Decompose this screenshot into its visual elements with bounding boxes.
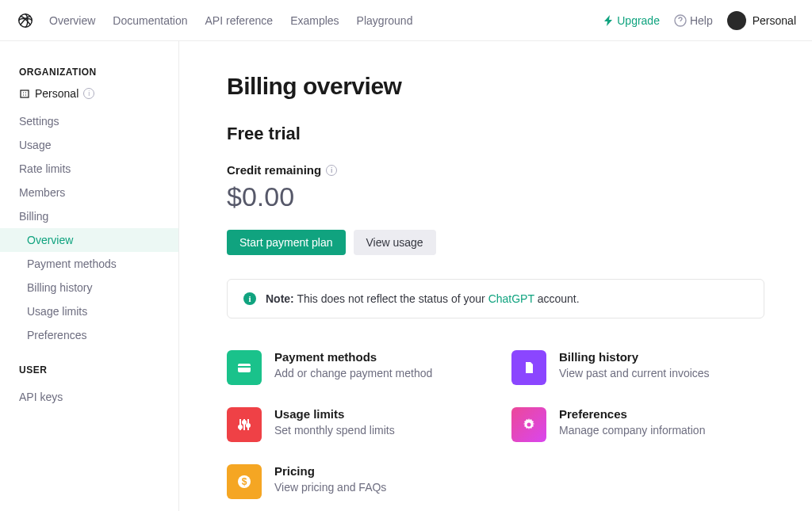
- account-label: Personal: [753, 14, 796, 27]
- sidebar-item-billing-history[interactable]: Billing history: [0, 276, 178, 299]
- upgrade-label: Upgrade: [617, 14, 660, 27]
- nav-right: Upgrade Help Personal: [604, 11, 796, 30]
- credit-label: Credit remaining i: [227, 163, 764, 177]
- sliders-icon: [227, 407, 262, 442]
- nav-documentation[interactable]: Documentation: [113, 14, 187, 27]
- sidebar-user-section: USER API keys: [0, 364, 178, 409]
- nav-api-reference[interactable]: API reference: [205, 14, 274, 27]
- card-subtitle: Set monthly spend limits: [274, 424, 395, 437]
- info-icon[interactable]: i: [83, 88, 94, 99]
- svg-text:$: $: [242, 476, 247, 487]
- svg-rect-5: [238, 364, 251, 372]
- sidebar-org-heading: ORGANIZATION: [0, 67, 178, 87]
- sidebar-user-heading: USER: [0, 364, 178, 385]
- note-text: Note: This does not reflect the status o…: [266, 292, 580, 305]
- svg-rect-2: [21, 90, 29, 97]
- sidebar-item-api-keys[interactable]: API keys: [0, 385, 178, 409]
- sidebar-item-billing[interactable]: Billing: [0, 204, 178, 228]
- card-subtitle: Manage company information: [559, 424, 705, 437]
- card-preferences[interactable]: Preferences Manage company information: [511, 407, 764, 442]
- note-text-2: account.: [534, 292, 580, 305]
- dollar-icon: $: [227, 464, 262, 499]
- card-body: Payment methods Add or change payment me…: [274, 350, 432, 379]
- help-icon: [674, 14, 687, 27]
- credit-value: $0.00: [227, 181, 764, 212]
- svg-point-7: [239, 425, 242, 429]
- account-menu[interactable]: Personal: [727, 11, 796, 30]
- card-body: Preferences Manage company information: [559, 407, 705, 437]
- credit-label-text: Credit remaining: [227, 163, 321, 177]
- card-subtitle: Add or change payment method: [274, 367, 432, 379]
- main-content: Billing overview Free trial Credit remai…: [179, 41, 812, 511]
- info-icon: i: [243, 292, 256, 305]
- card-billing-history[interactable]: Billing history View past and current in…: [511, 350, 764, 385]
- nav-examples[interactable]: Examples: [290, 14, 339, 27]
- start-payment-plan-button[interactable]: Start payment plan: [227, 230, 346, 255]
- sidebar-item-billing-overview[interactable]: Overview: [0, 228, 178, 252]
- sidebar-item-usage[interactable]: Usage: [0, 133, 178, 157]
- info-icon[interactable]: i: [326, 165, 337, 176]
- credit-card-icon: [227, 350, 262, 385]
- sidebar-org-section: ORGANIZATION Personal i Settings Usage R…: [0, 67, 178, 347]
- view-usage-button[interactable]: View usage: [354, 230, 436, 255]
- card-body: Usage limits Set monthly spend limits: [274, 407, 395, 437]
- card-title: Preferences: [559, 407, 705, 421]
- svg-point-9: [247, 424, 250, 427]
- document-icon: [511, 350, 546, 385]
- card-pricing[interactable]: $ Pricing View pricing and FAQs: [227, 464, 480, 499]
- sidebar-org-selector[interactable]: Personal i: [0, 87, 178, 109]
- layout: ORGANIZATION Personal i Settings Usage R…: [0, 41, 812, 511]
- card-title: Pricing: [274, 464, 386, 478]
- sidebar-item-members[interactable]: Members: [0, 181, 178, 204]
- card-title: Billing history: [559, 350, 710, 364]
- help-link[interactable]: Help: [674, 14, 713, 27]
- card-subtitle: View past and current invoices: [559, 367, 710, 379]
- sidebar-org-name: Personal: [35, 87, 79, 100]
- card-title: Payment methods: [274, 350, 432, 364]
- card-body: Billing history View past and current in…: [559, 350, 710, 379]
- lightning-icon: [604, 15, 614, 26]
- note-banner: i Note: This does not reflect the status…: [227, 279, 764, 318]
- cards-grid: Payment methods Add or change payment me…: [227, 350, 764, 499]
- upgrade-link[interactable]: Upgrade: [604, 14, 660, 27]
- button-row: Start payment plan View usage: [227, 230, 764, 255]
- svg-rect-6: [238, 366, 251, 368]
- sidebar: ORGANIZATION Personal i Settings Usage R…: [0, 41, 179, 511]
- help-label: Help: [690, 14, 713, 27]
- note-text-1: This does not reflect the status of your: [294, 292, 488, 305]
- note-prefix: Note:: [266, 292, 294, 305]
- plan-heading: Free trial: [227, 124, 764, 144]
- sidebar-item-preferences[interactable]: Preferences: [0, 323, 178, 347]
- svg-text:i: i: [248, 294, 251, 303]
- svg-point-8: [243, 421, 246, 424]
- sidebar-item-payment-methods[interactable]: Payment methods: [0, 252, 178, 276]
- top-nav: Overview Documentation API reference Exa…: [0, 0, 812, 41]
- card-body: Pricing View pricing and FAQs: [274, 464, 386, 494]
- nav-playground[interactable]: Playground: [357, 14, 413, 27]
- card-payment-methods[interactable]: Payment methods Add or change payment me…: [227, 350, 480, 385]
- chatgpt-link[interactable]: ChatGPT: [488, 292, 534, 305]
- page-title: Billing overview: [227, 73, 764, 100]
- sidebar-item-usage-limits[interactable]: Usage limits: [0, 299, 178, 323]
- building-icon: [19, 88, 30, 99]
- openai-logo-icon[interactable]: [16, 11, 35, 30]
- gear-icon: [511, 407, 546, 442]
- avatar: [727, 11, 746, 30]
- sidebar-item-rate-limits[interactable]: Rate limits: [0, 157, 178, 181]
- card-subtitle: View pricing and FAQs: [274, 481, 386, 494]
- nav-links: Overview Documentation API reference Exa…: [49, 14, 412, 27]
- nav-overview[interactable]: Overview: [49, 14, 95, 27]
- card-title: Usage limits: [274, 407, 395, 421]
- svg-point-11: [527, 423, 531, 427]
- card-usage-limits[interactable]: Usage limits Set monthly spend limits: [227, 407, 480, 442]
- sidebar-item-settings[interactable]: Settings: [0, 109, 178, 133]
